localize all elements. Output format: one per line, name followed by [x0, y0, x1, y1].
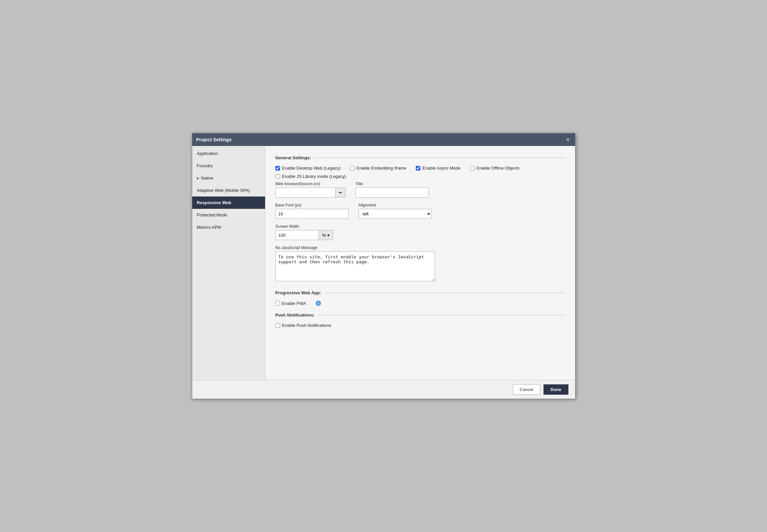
enable-js-library-checkbox[interactable] [275, 174, 280, 179]
project-settings-dialog: Project Settings × Application Foundry N… [192, 133, 575, 399]
main-content: General Settings: Enable Desktop Web (Le… [265, 146, 575, 380]
enable-desktop-web-checkbox[interactable] [275, 166, 280, 171]
form-row-font-alignment: Base Font (px) Alignment left center rig… [275, 203, 565, 219]
checkbox-row-1: Enable Desktop Web (Legacy) Enable Embed… [275, 166, 565, 171]
sidebar-item-native[interactable]: Native [192, 172, 265, 184]
screen-width-unit-label: % [322, 233, 326, 238]
form-row-browser-title: Web browser(favicon.ico) •• Title [275, 182, 565, 198]
sidebar-item-responsive-web[interactable]: Responsive Web [192, 197, 265, 209]
sidebar-item-foundry[interactable]: Foundry [192, 160, 265, 172]
enable-offline-objects-checkbox[interactable] [470, 166, 475, 171]
dialog-footer: Cancel Done [192, 380, 575, 399]
general-settings-header: General Settings: [275, 155, 565, 160]
nojs-textarea[interactable]: To use this site, first enable your brow… [275, 251, 435, 281]
cancel-button[interactable]: Cancel [513, 384, 540, 395]
enable-js-library-checkbox-item[interactable]: Enable JS Library mode (Legacy) [275, 174, 346, 179]
push-notifications-line [318, 315, 565, 315]
alignment-label: Alignment [358, 203, 432, 207]
sidebar-item-label: Responsive Web [197, 200, 231, 205]
screen-width-input[interactable] [275, 230, 319, 240]
checkbox-row-2: Enable JS Library mode (Legacy) [275, 174, 565, 179]
base-font-label: Base Font (px) [275, 203, 348, 207]
sidebar-item-label: Native [201, 176, 213, 181]
screen-width-label: Screen Width [275, 224, 333, 229]
sidebar-item-label: Foundry [197, 163, 213, 168]
enable-push-checkbox[interactable] [275, 323, 280, 328]
enable-desktop-web-label: Enable Desktop Web (Legacy) [282, 166, 340, 171]
nojs-label: No JavaScript Message [275, 245, 565, 250]
enable-pwa-checkbox-item[interactable]: Enable PWA [275, 301, 306, 306]
enable-async-mode-checkbox[interactable] [416, 166, 421, 171]
enable-async-mode-label: Enable Async Mode [423, 166, 461, 171]
web-browser-label: Web browser(favicon.ico) [275, 182, 345, 186]
enable-desktop-web-checkbox-item[interactable]: Enable Desktop Web (Legacy) [275, 166, 340, 171]
alignment-select[interactable]: left center right [358, 209, 432, 219]
favicon-input-wrapper: •• [275, 188, 345, 198]
enable-embedding-iframe-checkbox-item[interactable]: Enable Embedding Iframe [350, 166, 407, 171]
sidebar-item-metrics-apm[interactable]: Metrics APM [192, 221, 265, 233]
enable-push-label: Enable Push Notifications [282, 323, 331, 328]
enable-offline-objects-checkbox-item[interactable]: Enable Offline Objects [470, 166, 520, 171]
pwa-line [324, 293, 565, 293]
sidebar-item-application[interactable]: Application [192, 147, 265, 160]
enable-offline-objects-label: Enable Offline Objects [477, 166, 520, 171]
sidebar-item-label: Protected Mode [197, 212, 227, 217]
enable-push-checkbox-item[interactable]: Enable Push Notifications [275, 323, 331, 328]
push-notifications-checkbox-row: Enable Push Notifications [275, 323, 565, 328]
pwa-header: Progressive Web App: [275, 290, 565, 295]
base-font-input[interactable] [275, 209, 348, 219]
general-settings-label: General Settings: [275, 155, 315, 160]
sidebar-item-label: Metrics APM [197, 225, 221, 230]
title-label: Title [355, 182, 429, 186]
sidebar-item-adaptive-web[interactable]: Adaptive Web (Mobile SPA) [192, 184, 265, 197]
enable-embedding-iframe-label: Enable Embedding Iframe [356, 166, 407, 171]
general-settings-line [314, 158, 565, 158]
screen-width-group: Screen Width % ▾ [275, 224, 333, 240]
web-browser-input[interactable] [275, 188, 335, 198]
push-notifications-label: Push Notifications: [275, 313, 318, 318]
close-button[interactable]: × [565, 136, 571, 143]
dialog-title: Project Settings [196, 137, 232, 142]
sidebar-item-label: Adaptive Web (Mobile SPA) [197, 188, 250, 193]
screen-width-unit[interactable]: % ▾ [319, 230, 333, 240]
pwa-info-icon[interactable]: i [316, 301, 321, 306]
sidebar: Application Foundry Native Adaptive Web … [192, 146, 265, 380]
enable-embedding-iframe-checkbox[interactable] [350, 166, 354, 171]
alignment-group: Alignment left center right [358, 203, 432, 219]
web-browser-group: Web browser(favicon.ico) •• [275, 182, 345, 198]
enable-async-mode-checkbox-item[interactable]: Enable Async Mode [416, 166, 461, 171]
form-row-screen-width: Screen Width % ▾ [275, 224, 565, 240]
base-font-group: Base Font (px) [275, 203, 348, 219]
sidebar-item-label: Application [197, 151, 218, 156]
screen-width-wrapper: % ▾ [275, 230, 333, 240]
favicon-browse-button[interactable]: •• [335, 188, 345, 198]
pwa-checkbox-row: Enable PWA i [275, 301, 565, 306]
dialog-body: Application Foundry Native Adaptive Web … [192, 146, 575, 380]
push-notifications-header: Push Notifications: [275, 313, 565, 318]
sidebar-item-protected-mode[interactable]: Protected Mode [192, 209, 265, 221]
enable-pwa-checkbox[interactable] [275, 301, 280, 306]
enable-js-library-label: Enable JS Library mode (Legacy) [282, 174, 346, 179]
enable-pwa-label: Enable PWA [282, 301, 306, 306]
nojs-message-group: No JavaScript Message To use this site, … [275, 245, 565, 282]
chevron-down-icon: ▾ [327, 233, 329, 238]
dialog-titlebar: Project Settings × [192, 133, 575, 146]
title-input[interactable] [355, 188, 429, 198]
pwa-label: Progressive Web App: [275, 290, 324, 295]
done-button[interactable]: Done [544, 384, 569, 395]
title-group: Title [355, 182, 429, 198]
